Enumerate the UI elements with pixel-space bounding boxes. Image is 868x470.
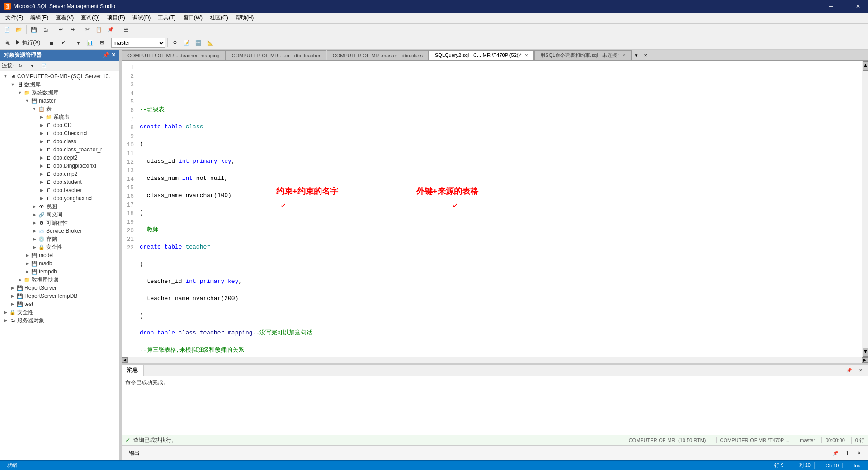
messages-tab[interactable]: 消息 bbox=[122, 365, 144, 376]
dbo-class-expander[interactable]: ▶ bbox=[38, 139, 45, 144]
dbo-checxinxi-expander[interactable]: ▶ bbox=[38, 131, 45, 136]
dbo-yhxx-expander[interactable]: ▶ bbox=[38, 196, 45, 201]
redo-btn[interactable]: ↪ bbox=[67, 25, 78, 35]
editor-main[interactable]: 12345678910111213141516171819202122 约束+约… bbox=[122, 61, 868, 357]
results-btn[interactable]: 📊 bbox=[85, 38, 95, 48]
output-pin-btn[interactable]: 📌 bbox=[830, 448, 841, 458]
rst-expander[interactable]: ▶ bbox=[9, 294, 16, 298]
summary-btn[interactable]: 📄 bbox=[38, 61, 49, 71]
server-expander[interactable]: ▼ bbox=[2, 74, 9, 79]
scrollbar-up[interactable]: ▲ bbox=[863, 61, 868, 70]
views-node[interactable]: ▶ 👁 视图 bbox=[1, 202, 118, 211]
close-panel-btn[interactable]: ✕ bbox=[111, 52, 116, 58]
msdb-node[interactable]: ▶ 💾 msdb bbox=[1, 259, 118, 268]
tab-dbo-teacher[interactable]: COMPUTER-OF-MR-....er - dbo.teacher bbox=[226, 50, 326, 60]
save-all-btn[interactable]: 🗂 bbox=[40, 25, 51, 35]
sys-tables-node[interactable]: ▶ 📁 系统表 bbox=[1, 113, 118, 121]
test-expander[interactable]: ▶ bbox=[9, 302, 16, 306]
refresh-btn[interactable]: ↻ bbox=[15, 61, 26, 71]
dbo-teacher-expander[interactable]: ▶ bbox=[38, 188, 45, 193]
tab-sql-constraints[interactable]: 用SQL命令建表和约束.sql - 未连接* ✕ bbox=[534, 50, 631, 60]
save-btn[interactable]: 💾 bbox=[28, 25, 39, 35]
security-top-node[interactable]: ▶ 🔒 安全性 bbox=[1, 308, 118, 316]
menu-help[interactable]: 帮助(H) bbox=[232, 13, 258, 23]
minimize-button[interactable]: ─ bbox=[825, 2, 837, 11]
sysdb-node[interactable]: ▼ 📁 系统数据库 bbox=[1, 89, 118, 97]
tab-close-btn2[interactable]: ✕ bbox=[622, 53, 626, 58]
parse-btn[interactable]: ✔ bbox=[58, 38, 69, 48]
tab-more-btn[interactable]: ▼ bbox=[632, 50, 641, 60]
tempdb-node[interactable]: ▶ 💾 tempdb bbox=[1, 268, 118, 276]
database-selector[interactable]: master bbox=[111, 38, 165, 48]
connect-btn[interactable]: 🔌 bbox=[2, 38, 13, 48]
stop-btn[interactable]: ⏹ bbox=[46, 38, 57, 48]
copy-btn[interactable]: 📋 bbox=[94, 25, 104, 35]
code-editor[interactable]: 约束+约束的名字 ↙ 外键+来源的表格 ↙ --班级表 create table… bbox=[136, 61, 862, 357]
sec-expander[interactable]: ▶ bbox=[31, 245, 38, 249]
dbo-teacher-node[interactable]: ▶ 🗒 dbo.teacher bbox=[1, 186, 118, 194]
maximize-button[interactable]: □ bbox=[838, 2, 851, 11]
scrollbar-down[interactable]: ▼ bbox=[863, 348, 868, 357]
tempdb-expander[interactable]: ▶ bbox=[24, 269, 31, 274]
sb-expander[interactable]: ▶ bbox=[31, 229, 38, 233]
close-button[interactable]: ✕ bbox=[852, 2, 864, 11]
dbsnap-expander[interactable]: ▶ bbox=[16, 277, 24, 282]
pin-btn[interactable]: 📌 bbox=[103, 52, 109, 58]
close-panel-btn2[interactable]: ✕ bbox=[855, 366, 866, 376]
dbo-dept2-expander[interactable]: ▶ bbox=[38, 155, 45, 160]
tab-sqlquery2[interactable]: SQLQuery2.sql - C...-MR-\T470P (52))* ✕ bbox=[429, 50, 534, 60]
filter-btn[interactable]: ▼ bbox=[27, 61, 38, 71]
dbo-student-node[interactable]: ▶ 🗒 dbo.student bbox=[1, 178, 118, 186]
grid-btn[interactable]: ⊞ bbox=[96, 38, 107, 48]
model-node[interactable]: ▶ 💾 model bbox=[1, 251, 118, 259]
toolbar-btn3[interactable]: ⚙ bbox=[170, 38, 180, 48]
tables-node[interactable]: ▼ 📋 表 bbox=[1, 105, 118, 113]
rs-expander[interactable]: ▶ bbox=[9, 286, 16, 290]
databases-node[interactable]: ▼ 🗄 数据库 bbox=[1, 80, 118, 89]
toolbar-btn4[interactable]: 📝 bbox=[181, 38, 192, 48]
tab-teacher-mapping[interactable]: COMPUTER-OF-MR-....teacher_mapping bbox=[122, 50, 226, 60]
sec-top-expander[interactable]: ▶ bbox=[2, 310, 9, 315]
menu-edit[interactable]: 编辑(E) bbox=[27, 13, 52, 23]
toolbar-btn5[interactable]: 🔤 bbox=[193, 38, 204, 48]
scrollbar-right[interactable]: ▶ bbox=[862, 357, 868, 363]
output-tab[interactable]: 输出 bbox=[122, 446, 147, 460]
sys-tables-expander[interactable]: ▶ bbox=[38, 115, 45, 119]
tab-close-btn[interactable]: ✕ bbox=[524, 53, 528, 58]
server-objects-node[interactable]: ▶ 🗂 服务器对象 bbox=[1, 316, 118, 324]
dbo-emp2-node[interactable]: ▶ 🗒 dbo.emp2 bbox=[1, 170, 118, 178]
new-query-btn[interactable]: 📄 bbox=[2, 25, 13, 35]
db-expander[interactable]: ▼ bbox=[9, 82, 16, 87]
service-broker-node[interactable]: ▶ 📨 Service Broker bbox=[1, 227, 118, 235]
dbo-student-expander[interactable]: ▶ bbox=[38, 180, 45, 184]
menu-project[interactable]: 项目(P) bbox=[104, 13, 129, 23]
reportserver-node[interactable]: ▶ 💾 ReportServer bbox=[1, 284, 118, 292]
prog-node[interactable]: ▶ ⚙ 可编程性 bbox=[1, 219, 118, 227]
dbo-yhxx-node[interactable]: ▶ 🗒 dbo.yonghuxinxi bbox=[1, 194, 118, 202]
prog-expander[interactable]: ▶ bbox=[31, 221, 38, 225]
master-node[interactable]: ▼ 💾 master bbox=[1, 97, 118, 105]
dbo-emp2-expander[interactable]: ▶ bbox=[38, 172, 45, 176]
dbo-checxinxi-node[interactable]: ▶ 🗒 dbo.Checxinxi bbox=[1, 129, 118, 137]
dbo-dept2-node[interactable]: ▶ 🗒 dbo.dept2 bbox=[1, 154, 118, 162]
dbo-class-teacher-node[interactable]: ▶ 🗒 dbo.class_teacher_r bbox=[1, 146, 118, 154]
dbo-ct-expander[interactable]: ▶ bbox=[38, 147, 45, 152]
test-node[interactable]: ▶ 💾 test bbox=[1, 300, 118, 308]
menu-query[interactable]: 查询(Q) bbox=[77, 13, 103, 23]
menu-tools[interactable]: 工具(T) bbox=[154, 13, 179, 23]
tab-close-all-btn[interactable]: ✕ bbox=[641, 50, 650, 60]
menu-debug[interactable]: 调试(D) bbox=[129, 13, 155, 23]
server-node[interactable]: ▼ 🖥 COMPUTER-OF-MR- (SQL Server 10. bbox=[1, 72, 118, 80]
dbo-cd-node[interactable]: ▶ 🗒 dbo.CD bbox=[1, 121, 118, 129]
output-expand-btn[interactable]: ⬆ bbox=[842, 448, 853, 458]
obj-explorer-btn[interactable]: 🗃 bbox=[120, 25, 131, 35]
menu-window[interactable]: 窗口(W) bbox=[179, 13, 206, 23]
dbo-dingpiao-node[interactable]: ▶ 🗒 dbo.Dingpiaoxinxi bbox=[1, 162, 118, 170]
dbo-cd-expander[interactable]: ▶ bbox=[38, 123, 45, 127]
dbo-dp-expander[interactable]: ▶ bbox=[38, 164, 45, 168]
master-expander[interactable]: ▼ bbox=[24, 99, 31, 103]
undo-btn[interactable]: ↩ bbox=[55, 25, 66, 35]
cut-btn[interactable]: ✂ bbox=[82, 25, 93, 35]
synonyms-node[interactable]: ▶ 🔗 同义词 bbox=[1, 211, 118, 219]
editor-scrollbar-h[interactable]: ◀ ▶ bbox=[122, 357, 868, 363]
